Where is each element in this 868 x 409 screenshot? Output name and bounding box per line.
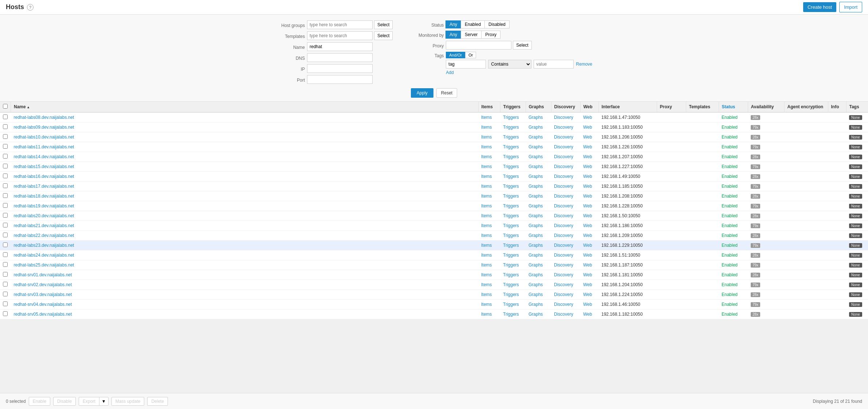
- graphs-link[interactable]: Graphs: [529, 272, 543, 277]
- graphs-link[interactable]: Graphs: [529, 213, 543, 218]
- web-link[interactable]: Web: [583, 194, 592, 199]
- triggers-link[interactable]: Triggers: [503, 282, 519, 287]
- web-link[interactable]: Web: [583, 144, 592, 149]
- row-checkbox[interactable]: [3, 114, 8, 119]
- triggers-link[interactable]: Triggers: [503, 203, 519, 209]
- host-name-link[interactable]: redhat-srv01.dev.naijalabs.net: [14, 272, 72, 277]
- import-button[interactable]: Import: [839, 2, 862, 12]
- graphs-link[interactable]: Graphs: [529, 194, 543, 199]
- host-name-link[interactable]: redhat-labs23.dev.naijalabs.net: [14, 243, 74, 248]
- triggers-link[interactable]: Triggers: [503, 312, 519, 317]
- items-link[interactable]: Items: [481, 203, 492, 209]
- graphs-link[interactable]: Graphs: [529, 135, 543, 140]
- items-link[interactable]: Items: [481, 154, 492, 159]
- apply-button[interactable]: Apply: [411, 88, 433, 98]
- row-checkbox-cell[interactable]: [0, 300, 11, 309]
- discovery-link[interactable]: Discovery: [554, 144, 573, 149]
- name-input[interactable]: [307, 42, 373, 51]
- row-checkbox-cell[interactable]: [0, 191, 11, 201]
- reset-button[interactable]: Reset: [436, 88, 457, 98]
- row-checkbox[interactable]: [3, 233, 8, 237]
- discovery-link[interactable]: Discovery: [554, 253, 573, 258]
- triggers-link[interactable]: Triggers: [503, 144, 519, 149]
- row-checkbox-cell[interactable]: [0, 122, 11, 132]
- host-name-link[interactable]: redhat-labs10.dev.naijalabs.net: [14, 135, 74, 140]
- row-checkbox-cell[interactable]: [0, 112, 11, 122]
- web-link[interactable]: Web: [583, 262, 592, 268]
- web-link[interactable]: Web: [583, 292, 592, 297]
- web-link[interactable]: Web: [583, 312, 592, 317]
- discovery-link[interactable]: Discovery: [554, 292, 573, 297]
- tag-condition-select[interactable]: Contains Equals Does not contain Does no…: [488, 60, 531, 69]
- graphs-link[interactable]: Graphs: [529, 223, 543, 228]
- triggers-link[interactable]: Triggers: [503, 253, 519, 258]
- triggers-link[interactable]: Triggers: [503, 164, 519, 169]
- graphs-link[interactable]: Graphs: [529, 115, 543, 120]
- web-link[interactable]: Web: [583, 213, 592, 218]
- row-checkbox[interactable]: [3, 144, 8, 149]
- monitored-server-button[interactable]: Server: [461, 31, 482, 39]
- host-name-link[interactable]: redhat-labs25.dev.naijalabs.net: [14, 262, 74, 268]
- row-checkbox[interactable]: [3, 154, 8, 159]
- items-link[interactable]: Items: [481, 213, 492, 218]
- triggers-link[interactable]: Triggers: [503, 135, 519, 140]
- monitored-proxy-button[interactable]: Proxy: [481, 31, 500, 39]
- templates-input[interactable]: [307, 31, 373, 40]
- row-checkbox-cell[interactable]: [0, 221, 11, 231]
- host-name-link[interactable]: redhat-labs08.dev.naijalabs.net: [14, 115, 74, 120]
- discovery-link[interactable]: Discovery: [554, 184, 573, 189]
- row-checkbox[interactable]: [3, 134, 8, 139]
- items-link[interactable]: Items: [481, 125, 492, 130]
- discovery-link[interactable]: Discovery: [554, 302, 573, 307]
- row-checkbox-cell[interactable]: [0, 260, 11, 270]
- items-link[interactable]: Items: [481, 233, 492, 238]
- triggers-link[interactable]: Triggers: [503, 154, 519, 159]
- discovery-link[interactable]: Discovery: [554, 194, 573, 199]
- host-name-link[interactable]: redhat-labs20.dev.naijalabs.net: [14, 213, 74, 218]
- web-link[interactable]: Web: [583, 154, 592, 159]
- host-name-link[interactable]: redhat-srv02.dev.naijalabs.net: [14, 282, 72, 287]
- row-checkbox-cell[interactable]: [0, 182, 11, 191]
- triggers-link[interactable]: Triggers: [503, 213, 519, 218]
- templates-select-button[interactable]: Select: [374, 31, 393, 40]
- discovery-link[interactable]: Discovery: [554, 164, 573, 169]
- items-link[interactable]: Items: [481, 144, 492, 149]
- host-name-link[interactable]: redhat-srv05.dev.naijalabs.net: [14, 312, 72, 317]
- row-checkbox[interactable]: [3, 252, 8, 257]
- tag-value-input[interactable]: [534, 60, 574, 69]
- row-checkbox-cell[interactable]: [0, 280, 11, 290]
- row-checkbox[interactable]: [3, 213, 8, 218]
- triggers-link[interactable]: Triggers: [503, 115, 519, 120]
- ip-input[interactable]: [307, 64, 373, 73]
- web-link[interactable]: Web: [583, 125, 592, 130]
- web-link[interactable]: Web: [583, 184, 592, 189]
- discovery-link[interactable]: Discovery: [554, 262, 573, 268]
- discovery-link[interactable]: Discovery: [554, 312, 573, 317]
- host-name-link[interactable]: redhat-srv03.dev.naijalabs.net: [14, 292, 72, 297]
- discovery-link[interactable]: Discovery: [554, 243, 573, 248]
- proxy-select-button[interactable]: Select: [513, 41, 531, 50]
- items-link[interactable]: Items: [481, 184, 492, 189]
- host-name-link[interactable]: redhat-labs22.dev.naijalabs.net: [14, 233, 74, 238]
- graphs-link[interactable]: Graphs: [529, 184, 543, 189]
- items-link[interactable]: Items: [481, 174, 492, 179]
- web-link[interactable]: Web: [583, 164, 592, 169]
- select-all-header[interactable]: [0, 102, 11, 112]
- graphs-link[interactable]: Graphs: [529, 253, 543, 258]
- row-checkbox-cell[interactable]: [0, 241, 11, 250]
- row-checkbox-cell[interactable]: [0, 270, 11, 280]
- row-checkbox-cell[interactable]: [0, 152, 11, 162]
- web-link[interactable]: Web: [583, 174, 592, 179]
- triggers-link[interactable]: Triggers: [503, 223, 519, 228]
- web-link[interactable]: Web: [583, 302, 592, 307]
- remove-tag-link[interactable]: Remove: [576, 62, 592, 67]
- host-name-link[interactable]: redhat-labs18.dev.naijalabs.net: [14, 194, 74, 199]
- row-checkbox[interactable]: [3, 292, 8, 296]
- row-checkbox-cell[interactable]: [0, 231, 11, 241]
- discovery-link[interactable]: Discovery: [554, 203, 573, 209]
- row-checkbox[interactable]: [3, 301, 8, 306]
- discovery-link[interactable]: Discovery: [554, 282, 573, 287]
- row-checkbox[interactable]: [3, 223, 8, 227]
- row-checkbox[interactable]: [3, 164, 8, 168]
- host-name-link[interactable]: redhat-labs24.dev.naijalabs.net: [14, 253, 74, 258]
